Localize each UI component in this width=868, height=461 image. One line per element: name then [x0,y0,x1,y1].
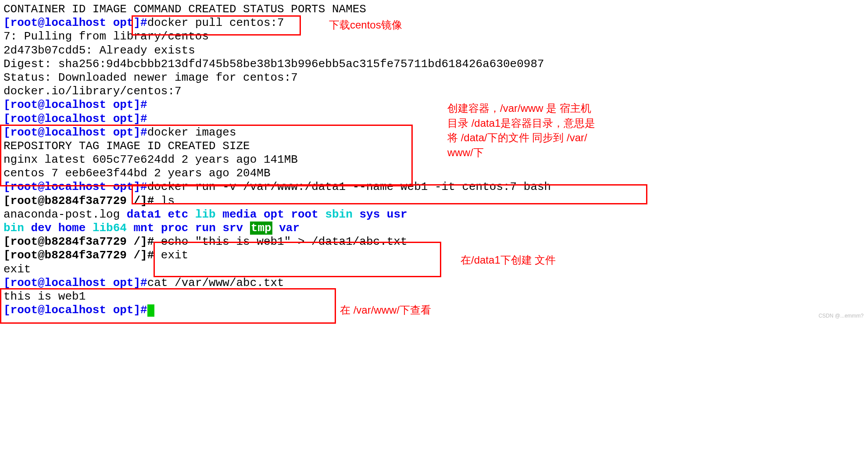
prompt-line[interactable]: [root@localhost opt]# [4,98,864,112]
prompt-line[interactable]: [root@localhost opt]# [4,112,864,126]
link-sbin: sbin [325,208,352,221]
annotation-echo: 在/data1下创建 文件 [461,253,556,268]
link-lib: lib [195,208,216,221]
container-prompt: [root@b8284f3a7729 /]# [4,194,161,207]
dir-tmp-sticky: tmp [250,222,272,235]
prompt-line[interactable]: [root@localhost opt]#docker images [4,126,864,139]
cat-output: this is web1 [4,290,864,304]
pull-output: 2d473b07cdd5: Already exists [4,44,864,57]
prompt-line[interactable]: [root@localhost opt]# [4,304,864,317]
dir-opt: opt [264,208,284,221]
cmd-exit: exit [161,249,188,262]
dir-dev: dev [31,222,51,235]
shell-prompt: [root@localhost opt] [4,180,140,193]
prompt-line[interactable]: [root@localhost opt]#docker pull centos:… [4,16,864,30]
annotation-run: 创建容器，/var/www 是 宿主机 目录 /data1是容器目录，意思是 将… [447,101,595,160]
dir-home: home [58,222,86,235]
cursor-icon [147,304,154,317]
ls-output-row: anaconda-post.log data1 etc lib media op… [4,208,864,222]
prompt-line[interactable]: [root@b8284f3a7729 /]# exit [4,249,864,262]
shell-prompt: [root@localhost opt] [4,16,140,29]
dir-proc: proc [161,222,188,235]
dir-usr: usr [387,208,407,221]
shell-prompt: [root@localhost opt] [4,112,140,125]
ls-entry: anaconda-post.log [4,208,127,221]
annotation-cat: 在 /var/www/下查看 [340,303,431,318]
terminal-window[interactable]: CONTAINER ID IMAGE COMMAND CREATED STATU… [0,0,868,320]
prompt-line[interactable]: [root@localhost opt]#docker run -v /var/… [4,180,864,194]
table-row: nginx latest 605c77e624dd 2 years ago 14… [4,153,864,167]
prompt-line[interactable]: [root@b8284f3a7729 /]# echo "this is web… [4,235,864,249]
shell-prompt: [root@localhost opt] [4,98,140,111]
dir-run: run [195,222,216,235]
pull-output: Status: Downloaded newer image for cento… [4,71,864,85]
dir-srv: srv [222,222,243,235]
images-header: REPOSITORY TAG IMAGE ID CREATED SIZE [4,139,864,153]
table-row: centos 7 eeb6ee3f44bd 2 years ago 204MB [4,167,864,180]
cmd-docker-pull: docker pull centos:7 [147,16,284,29]
pull-output: Digest: sha256:9d4bcbbb213dfd745b58be38b… [4,57,864,71]
pull-output: docker.io/library/centos:7 [4,85,864,98]
cmd-docker-run: docker run -v /var/www:/data1 --name web… [147,180,551,193]
shell-prompt: [root@localhost opt] [4,276,140,289]
shell-prompt: [root@localhost opt] [4,304,140,317]
pull-output: 7: Pulling from library/centos [4,30,864,43]
container-prompt: [root@b8284f3a7729 /]# [4,249,161,262]
watermark: CSDN @...emmm? [818,313,864,319]
dir-root: root [291,208,318,221]
dir-sys: sys [359,208,380,221]
dir-var: var [279,222,300,235]
annotation-pull: 下载centos镜像 [329,18,402,32]
dir-media: media [222,208,257,221]
exit-output: exit [4,263,864,276]
dir-mnt: mnt [134,222,154,235]
cmd-echo: echo "this is web1" > /data1/abc.txt [161,235,407,248]
cmd-docker-images: docker images [147,126,236,139]
shell-prompt: [root@localhost opt] [4,126,140,139]
ls-output-row: bin dev home lib64 mnt proc run srv tmp … [4,222,864,235]
prompt-line[interactable]: [root@b8284f3a7729 /]# ls [4,194,864,208]
docker-ps-header: CONTAINER ID IMAGE COMMAND CREATED STATU… [4,3,864,16]
cmd-ls: ls [161,194,175,207]
link-bin: bin [4,222,24,235]
dir-etc: etc [168,208,188,221]
cmd-cat: cat /var/www/abc.txt [147,276,284,289]
prompt-line[interactable]: [root@localhost opt]#cat /var/www/abc.tx… [4,276,864,290]
link-lib64: lib64 [93,222,127,235]
dir-data1: data1 [127,208,161,221]
container-prompt: [root@b8284f3a7729 /]# [4,235,161,248]
